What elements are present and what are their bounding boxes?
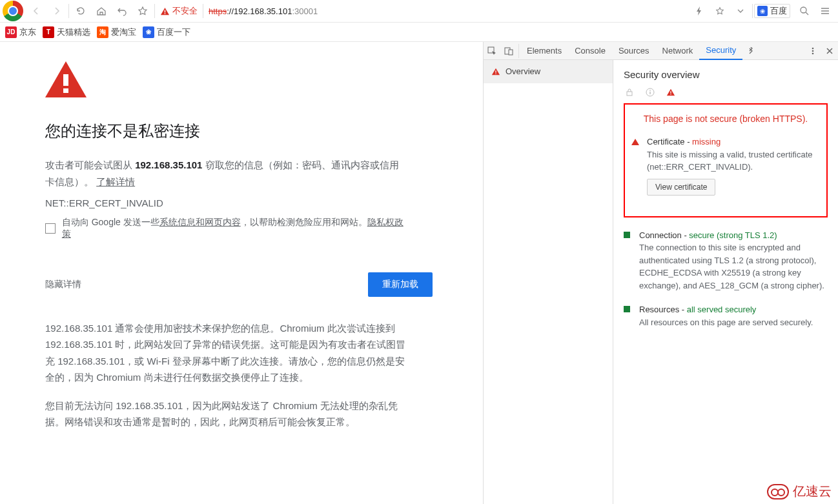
red-triangle-icon	[631, 138, 638, 145]
security-overview-panel: Security overview This page is not secur…	[613, 60, 838, 504]
tab-security[interactable]: Security	[699, 42, 742, 60]
svg-rect-3	[63, 74, 68, 86]
divider	[154, 4, 155, 18]
warning-icon	[160, 6, 170, 16]
svg-point-9	[812, 47, 814, 49]
green-square-icon	[624, 306, 630, 312]
forward-button[interactable]	[46, 1, 67, 21]
cert-description: This site is missing a valid, trusted ce…	[647, 148, 820, 174]
home-button[interactable]	[91, 1, 112, 21]
security-sidebar: Overview	[484, 60, 613, 504]
chevron-down-icon[interactable]	[730, 1, 751, 21]
bookmark-label: 爱淘宝	[111, 26, 136, 38]
svg-rect-4	[63, 88, 68, 93]
certificate-error-box: This page is not secure (broken HTTPS). …	[624, 103, 828, 217]
divider	[203, 4, 203, 18]
warning-icon	[491, 67, 500, 76]
search-engine-selector[interactable]: ❀ 百度	[754, 4, 790, 18]
more-tabs-icon[interactable]	[742, 43, 759, 59]
tab-network[interactable]: Network	[656, 42, 700, 60]
svg-rect-14	[627, 92, 632, 96]
bookmark-label: 百度一下	[157, 26, 190, 38]
warning-title: 您的连接不是私密连接	[45, 121, 407, 141]
svg-rect-19	[670, 94, 671, 95]
address-bar[interactable]: 不安全 https://192.168.35.101:30001	[160, 4, 318, 18]
panel-heading: Security overview	[624, 69, 828, 80]
hide-advanced-link[interactable]: 隐藏详情	[45, 279, 81, 290]
lock-icon	[625, 88, 634, 97]
security-status-icons	[624, 88, 828, 97]
back-button[interactable]	[26, 1, 46, 21]
resources-description: All resources on this page are served se…	[639, 316, 828, 329]
tab-elements[interactable]: Elements	[520, 42, 568, 60]
watermark-text: 亿速云	[793, 483, 832, 500]
page-content: 您的连接不是私密连接 攻击者可能会试图从 192.168.35.101 窃取您的…	[0, 42, 483, 504]
inspect-element-icon[interactable]	[484, 43, 500, 59]
warning-triangle-icon	[45, 61, 87, 97]
watermark-logo-icon	[767, 484, 789, 499]
url-text: https://192.168.35.101:30001	[209, 6, 318, 16]
svg-rect-16	[649, 92, 650, 94]
bookmark-tmall[interactable]: T天猫精选	[43, 26, 90, 38]
svg-rect-12	[495, 70, 496, 73]
not-secure-message: This page is not secure (broken HTTPS).	[631, 114, 820, 124]
divider	[68, 4, 69, 18]
security-badge[interactable]: 不安全	[160, 5, 198, 17]
svg-point-2	[801, 7, 806, 13]
baidu-icon: ❀	[757, 6, 768, 16]
system-info-link[interactable]: 系统信息和网页内容	[159, 217, 241, 227]
svg-rect-13	[495, 73, 496, 74]
tab-console[interactable]: Console	[568, 42, 612, 60]
search-icon[interactable]	[794, 1, 815, 21]
detail-paragraph: 您目前无法访问 192.168.35.101，因为此网站发送了 Chromium…	[45, 398, 407, 430]
tab-sources[interactable]: Sources	[612, 42, 656, 60]
view-certificate-button[interactable]: View certificate	[647, 179, 715, 196]
sidebar-item-overview[interactable]: Overview	[484, 60, 613, 83]
svg-point-11	[812, 52, 814, 54]
warning-description: 攻击者可能会试图从 192.168.35.101 窃取您的信息（例如：密码、通讯…	[45, 157, 407, 190]
svg-rect-1	[165, 13, 166, 14]
report-checkbox-row: 自动向 Google 发送一些系统信息和网页内容，以帮助检测危险应用和网站。隐私…	[45, 217, 407, 240]
flash-icon[interactable]	[689, 1, 710, 21]
info-icon	[646, 88, 655, 97]
detail-paragraph: 192.168.35.101 通常会使用加密技术来保护您的信息。Chromium…	[45, 320, 407, 386]
menu-icon[interactable]	[815, 1, 835, 21]
green-square-icon	[624, 232, 630, 238]
resources-block: Resources - all served securely All reso…	[624, 303, 828, 328]
divider	[752, 4, 753, 18]
annotation-arrow	[476, 126, 483, 287]
undo-button[interactable]	[112, 1, 132, 21]
learn-more-link[interactable]: 了解详情	[96, 176, 135, 187]
star-outline-icon[interactable]	[710, 1, 730, 21]
reload-button[interactable]	[70, 1, 91, 21]
reload-button[interactable]: 重新加载	[368, 272, 433, 297]
bookmark-baidu[interactable]: ❀百度一下	[143, 26, 190, 38]
insecure-label: 不安全	[172, 5, 198, 17]
browser-logo	[3, 1, 23, 21]
checkbox-text: 自动向 Google 发送一些系统信息和网页内容，以帮助检测危险应用和网站。隐私…	[62, 217, 407, 240]
alert-icon	[666, 88, 675, 97]
browser-toolbar: 不安全 https://192.168.35.101:30001 ❀ 百度	[0, 0, 838, 23]
report-checkbox[interactable]	[45, 223, 56, 234]
devtools-panel: Elements Console Sources Network Securit…	[483, 42, 838, 504]
error-code: NET::ERR_CERT_INVALID	[45, 195, 407, 212]
advanced-details: 192.168.35.101 通常会使用加密技术来保护您的信息。Chromium…	[45, 320, 407, 430]
devtools-close-icon[interactable]	[821, 43, 838, 59]
bookmark-label: 天猫精选	[57, 26, 90, 38]
devtools-tabbar: Elements Console Sources Network Securit…	[484, 42, 838, 60]
sidebar-item-label: Overview	[506, 66, 540, 76]
svg-rect-8	[509, 50, 513, 55]
bookmark-label: 京东	[19, 26, 36, 38]
search-engine-label: 百度	[770, 5, 787, 17]
star-button[interactable]	[132, 1, 153, 21]
devtools-menu-icon[interactable]	[804, 43, 821, 59]
ssl-warning-page: 您的连接不是私密连接 攻击者可能会试图从 192.168.35.101 窃取您的…	[0, 42, 452, 461]
svg-point-10	[812, 50, 814, 52]
connection-description: The connection to this site is encrypted…	[639, 241, 828, 292]
bookmark-bar: JD京东 T天猫精选 淘爱淘宝 ❀百度一下	[0, 23, 838, 42]
device-toggle-icon[interactable]	[500, 43, 517, 59]
svg-rect-18	[670, 91, 671, 94]
svg-rect-0	[165, 10, 166, 12]
bookmark-jd[interactable]: JD京东	[5, 26, 36, 38]
bookmark-taobao[interactable]: 淘爱淘宝	[97, 26, 136, 38]
